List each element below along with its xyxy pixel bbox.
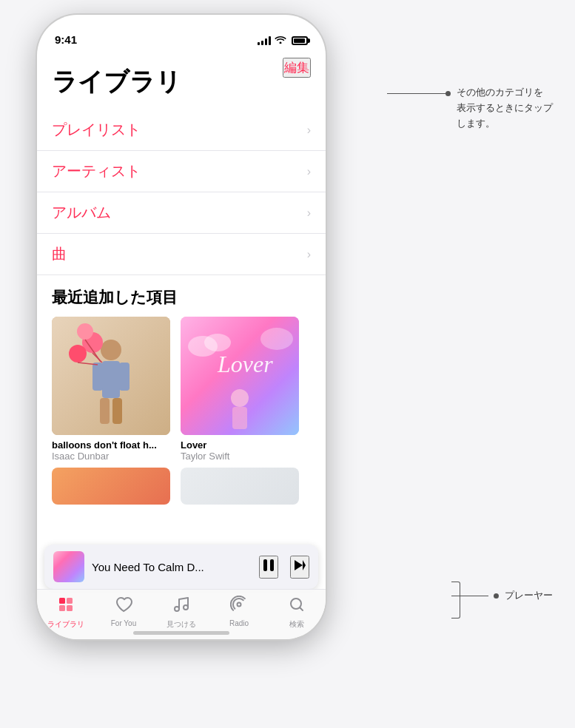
tab-browse[interactable]: 見つける [152, 596, 210, 630]
album-artist-lover: Taylor Swift [181, 451, 299, 462]
album-artist-balloons: Isaac Dunbar [52, 451, 170, 462]
chevron-icon: › [307, 206, 311, 220]
skip-forward-button[interactable] [290, 556, 309, 579]
album-item-balloons[interactable]: balloons don't float h... Isaac Dunbar [52, 317, 170, 462]
mini-player-title: You Need To Calm D... [92, 561, 252, 573]
content-area: 編集 ライブラリ プレイリスト › アーティスト › アルバム › 曲 › [37, 50, 326, 639]
album-cover-lover: Lover [181, 317, 299, 435]
pause-button[interactable] [259, 556, 278, 579]
status-icons [258, 35, 308, 46]
svg-rect-20 [232, 407, 247, 429]
recently-added-section: 最近追加した項目 [52, 287, 311, 505]
svg-rect-25 [59, 605, 65, 611]
svg-rect-23 [59, 598, 65, 604]
svg-point-9 [69, 345, 87, 363]
tab-search-label: 検索 [289, 619, 304, 630]
svg-rect-3 [102, 361, 120, 398]
svg-rect-22 [270, 559, 274, 571]
svg-point-16 [204, 334, 231, 351]
annotation-edit: その他のカテゴリを 表示するときにタップ します。 [387, 85, 553, 131]
tab-foryou-label: For You [111, 619, 136, 627]
notch [126, 15, 237, 37]
status-time: 9:41 [55, 33, 77, 46]
svg-point-17 [260, 328, 293, 350]
svg-rect-5 [119, 363, 130, 391]
wifi-icon [275, 35, 286, 46]
svg-rect-26 [67, 605, 73, 611]
library-item-playlists[interactable]: プレイリスト › [37, 109, 326, 151]
annotation-player-text: プレーヤー [505, 589, 553, 602]
svg-rect-24 [67, 598, 73, 604]
svg-point-27 [175, 607, 179, 611]
album-title-lover: Lover [181, 439, 299, 451]
album-title-balloons: balloons don't float h... [52, 439, 170, 451]
library-item-albums[interactable]: アルバム › [37, 192, 326, 234]
album-item-lover[interactable]: Lover Lover Taylor Swift [181, 317, 299, 462]
heart-icon [115, 596, 132, 618]
chevron-icon: › [307, 124, 311, 137]
library-items-list: プレイリスト › アーティスト › アルバム › 曲 › [37, 109, 326, 275]
phone-frame: 9:41 編集 ライブラリ [37, 15, 326, 639]
svg-rect-4 [93, 363, 103, 391]
signal-icon [258, 36, 271, 45]
svg-point-19 [231, 389, 249, 407]
albums-row-1: balloons don't float h... Isaac Dunbar [52, 317, 311, 462]
svg-text:Lover: Lover [217, 351, 273, 377]
tab-library-label: ライブラリ [47, 619, 84, 630]
library-item-artists[interactable]: アーティスト › [37, 151, 326, 192]
svg-rect-7 [112, 398, 122, 424]
recently-added-title: 最近追加した項目 [52, 287, 311, 308]
chevron-icon: › [307, 165, 311, 178]
mini-player-controls [259, 556, 309, 579]
tab-library[interactable]: ライブラリ [37, 596, 95, 630]
annotation-player: プレーヤー [451, 589, 553, 602]
album-cover-balloons [52, 317, 170, 435]
library-item-songs[interactable]: 曲 › [37, 234, 326, 275]
album-partial-2 [181, 468, 299, 505]
albums-row-2 [52, 468, 311, 505]
tab-search[interactable]: 検索 [268, 596, 326, 630]
edit-button[interactable]: 編集 [283, 58, 311, 78]
music-note-icon [172, 596, 190, 618]
mini-player-thumbnail [53, 551, 84, 582]
svg-point-2 [101, 340, 121, 360]
chevron-icon: › [307, 248, 311, 261]
library-icon [57, 596, 75, 618]
battery-icon [292, 36, 308, 45]
home-indicator [133, 631, 229, 635]
album-partial-1 [52, 468, 170, 505]
svg-rect-21 [263, 559, 267, 571]
radio-icon [230, 596, 248, 618]
tab-radio-label: Radio [229, 619, 249, 627]
tab-browse-label: 見つける [167, 619, 196, 630]
svg-point-28 [184, 605, 188, 610]
search-icon [288, 596, 306, 618]
svg-rect-6 [100, 398, 110, 424]
page-title: ライブラリ [52, 65, 181, 99]
annotation-edit-text: その他のカテゴリを 表示するときにタップ します。 [457, 85, 553, 131]
svg-point-10 [77, 323, 93, 340]
mini-player[interactable]: You Need To Calm D... [44, 545, 318, 589]
svg-point-29 [238, 603, 241, 607]
tab-radio[interactable]: Radio [210, 596, 268, 627]
tab-for-you[interactable]: For You [95, 596, 152, 627]
